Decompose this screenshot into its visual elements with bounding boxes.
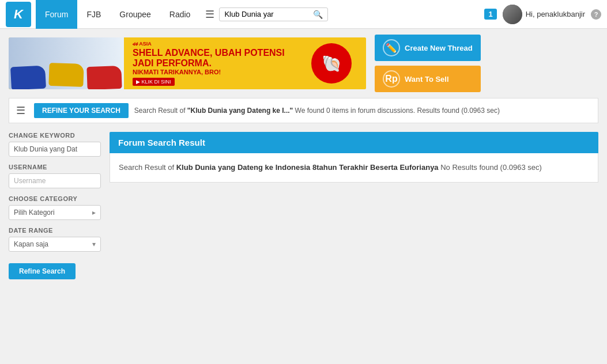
username-input[interactable] bbox=[9, 173, 101, 188]
logo-k: K bbox=[14, 7, 23, 22]
banner-bikes bbox=[9, 37, 124, 89]
banner-text: 🏎 ASIA SHELL ADVANCE, UBAH POTENSI JADI … bbox=[124, 37, 297, 89]
sidebar-category-section: CHOOSE CATEGORY Pilih Kategori ▸ bbox=[9, 195, 101, 220]
keyword-input[interactable] bbox=[9, 142, 101, 157]
banner-line1: SHELL ADVANCE, UBAH POTENSI bbox=[133, 48, 288, 58]
menu-icon[interactable]: ☰ bbox=[16, 104, 25, 117]
banner-image[interactable]: 🏎 ASIA SHELL ADVANCE, UBAH POTENSI JADI … bbox=[9, 37, 366, 89]
banner-line2: JADI PERFORMA. bbox=[133, 58, 288, 69]
shell-circle: 🐚 bbox=[311, 43, 352, 84]
sidebar-keyword-section: CHANGE KEYWORD bbox=[9, 132, 101, 157]
help-icon[interactable]: ? bbox=[591, 9, 601, 20]
banner-cta[interactable]: ▶ KLIK DI SINI bbox=[133, 78, 175, 86]
notification-badge[interactable]: 1 bbox=[484, 9, 496, 20]
date-range-label: DATE RANGE bbox=[9, 227, 101, 234]
nav-items: Forum FJB Groupee Radio bbox=[36, 0, 199, 28]
nav-fjb[interactable]: FJB bbox=[77, 0, 110, 29]
username-text: Hi, penaklukbanjir bbox=[526, 10, 585, 18]
action-buttons: ✏️ Create New Thread Rp Want To Sell bbox=[375, 35, 481, 92]
main-content: CHANGE KEYWORD USERNAME CHOOSE CATEGORY … bbox=[0, 123, 607, 288]
nav-radio[interactable]: Radio bbox=[160, 0, 200, 29]
avatar-img bbox=[503, 5, 522, 24]
nav-groupee[interactable]: Groupee bbox=[110, 0, 160, 29]
bike2 bbox=[48, 63, 84, 87]
username-label: USERNAME bbox=[9, 164, 101, 170]
result-query: Klub Dunia yang Dateng ke Indonesia 8tah… bbox=[176, 163, 439, 172]
result-suffix: No Results found (0.0963 sec) bbox=[440, 163, 542, 172]
date-range-value: Kapan saja bbox=[14, 240, 48, 248]
nav-forum[interactable]: Forum bbox=[36, 0, 77, 29]
nav-menu-icon[interactable]: ☰ bbox=[205, 8, 214, 21]
search-input[interactable] bbox=[224, 10, 311, 18]
sell-icon: Rp bbox=[383, 70, 400, 88]
sidebar-username-section: USERNAME bbox=[9, 164, 101, 188]
shell-logo: 🏎 ASIA bbox=[133, 41, 288, 47]
sidebar: CHANGE KEYWORD USERNAME CHOOSE CATEGORY … bbox=[9, 132, 101, 279]
banner-area: 🏎 ASIA SHELL ADVANCE, UBAH POTENSI JADI … bbox=[0, 29, 607, 98]
refine-your-search-button[interactable]: REFINE YOUR SEARCH bbox=[34, 103, 129, 118]
banner-line3: NIKMATI TARIKANNYA, BRO! bbox=[133, 69, 288, 75]
avatar bbox=[503, 5, 522, 24]
search-box: 🔍 bbox=[219, 7, 328, 21]
bike3 bbox=[86, 66, 122, 89]
user-area[interactable]: Hi, penaklukbanjir bbox=[503, 5, 585, 24]
bike1 bbox=[10, 65, 46, 89]
category-value: Pilih Kategori bbox=[14, 208, 55, 217]
logo[interactable]: K bbox=[6, 2, 31, 27]
forum-results: Forum Search Result Search Result of Klu… bbox=[110, 132, 598, 279]
sell-label: Want To Sell bbox=[405, 75, 449, 84]
create-thread-button[interactable]: ✏️ Create New Thread bbox=[375, 35, 481, 61]
forum-result-body: Search Result of Klub Dunia yang Dateng … bbox=[110, 153, 598, 183]
want-to-sell-button[interactable]: Rp Want To Sell bbox=[375, 66, 481, 92]
nav-right: 1 Hi, penaklukbanjir ? bbox=[484, 5, 601, 24]
shell-right: 🐚 bbox=[297, 37, 366, 89]
forum-result-header: Forum Search Result bbox=[110, 132, 598, 153]
search-result-bar: ☰ REFINE YOUR SEARCH Search Result of "K… bbox=[9, 98, 598, 123]
category-label: CHOOSE CATEGORY bbox=[9, 195, 101, 202]
date-chevron-icon: ▾ bbox=[92, 240, 96, 248]
search-icon[interactable]: 🔍 bbox=[313, 10, 323, 19]
search-result-info: Search Result of "Klub Dunia yang Dateng… bbox=[134, 107, 500, 115]
refine-search-button[interactable]: Refine Search bbox=[9, 263, 76, 279]
sidebar-date-section: DATE RANGE Kapan saja ▾ bbox=[9, 227, 101, 252]
date-range-dropdown[interactable]: Kapan saja ▾ bbox=[9, 237, 101, 252]
category-dropdown[interactable]: Pilih Kategori ▸ bbox=[9, 205, 101, 220]
result-prefix: Search Result of bbox=[119, 163, 174, 172]
forum-result-text: Search Result of Klub Dunia yang Dateng … bbox=[119, 162, 589, 173]
navbar: K Forum FJB Groupee Radio ☰ 🔍 1 Hi, pena… bbox=[0, 0, 607, 29]
keyword-label: CHANGE KEYWORD bbox=[9, 132, 101, 139]
create-thread-icon: ✏️ bbox=[383, 39, 400, 56]
create-thread-label: Create New Thread bbox=[405, 44, 473, 52]
category-chevron-icon: ▸ bbox=[92, 208, 96, 217]
